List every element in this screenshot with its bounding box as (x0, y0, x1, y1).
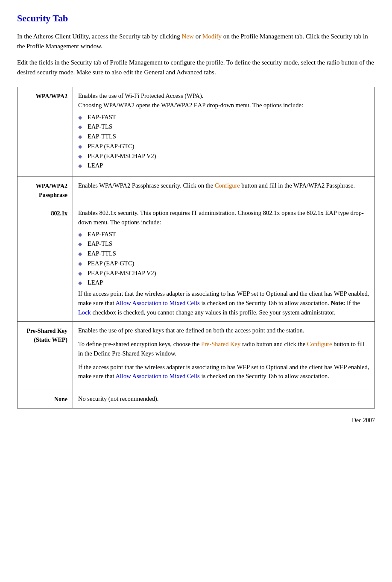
intro1-or: or (194, 33, 202, 40)
note-label: Note: (331, 300, 345, 306)
intro1-text: In the Atheros Client Utility, access th… (17, 33, 182, 40)
8021x-note-end: If the (345, 300, 360, 306)
content-8021x: Enables 802.1x security. This option req… (73, 204, 375, 322)
security-table: WPA/WPA2 Enables the use of Wi-Fi Protec… (17, 87, 375, 409)
list-item: EAP-FAST (78, 230, 369, 239)
list-item: LEAP (78, 278, 369, 288)
pre-shared-key-link[interactable]: Pre-Shared Key (201, 341, 240, 347)
content-wpa-passphrase: Enables WPA/WPA2 Passphrase security. Cl… (73, 177, 375, 204)
content-wpa: Enables the use of Wi-Fi Protected Acces… (73, 87, 375, 177)
list-item: PEAP (EAP-GTC) (78, 259, 369, 268)
table-row-8021x: 802.1x Enables 802.1x security. This opt… (18, 204, 375, 322)
list-item: EAP-TLS (78, 122, 369, 132)
table-row-wpa-passphrase: WPA/WPA2Passphrase Enables WPA/WPA2 Pass… (18, 177, 375, 204)
preshared-sub2-mid: radio button and click the (240, 341, 307, 347)
page-title: Security Tab (17, 13, 375, 24)
configure-link-preshared[interactable]: Configure (307, 341, 332, 347)
label-preshared: Pre-Shared Key(Static WEP) (18, 322, 73, 390)
list-item: PEAP (EAP-MSCHAP V2) (78, 152, 369, 161)
list-item: EAP-TTLS (78, 132, 369, 141)
label-8021x: 802.1x (18, 204, 73, 322)
list-item: EAP-FAST (78, 113, 369, 122)
intro-paragraph-1: In the Atheros Client Utility, access th… (17, 32, 375, 52)
8021x-note-mid: is checked on the Security Tab to allow … (200, 300, 331, 306)
preshared-sub2: To define pre-shared encryption keys, ch… (78, 340, 369, 359)
passphrase-text-pre: Enables WPA/WPA2 Passphrase security. Cl… (78, 182, 215, 189)
wpa-bullets: EAP-FAST EAP-TLS EAP-TTLS PEAP (EAP-GTC)… (78, 113, 369, 171)
preshared-sub2-pre: To define pre-shared encryption keys, ch… (78, 341, 201, 347)
footer: Dec 2007 (17, 417, 375, 424)
label-wpa: WPA/WPA2 (18, 87, 73, 177)
content-preshared: Enables the use of pre-shared keys that … (73, 322, 375, 390)
intro-paragraph-2: Edit the fields in the Security tab of P… (17, 58, 375, 78)
allow-association-link[interactable]: Allow Association to Mixed Cells (115, 300, 199, 306)
label-none: None (18, 390, 73, 409)
configure-link-passphrase[interactable]: Configure (215, 182, 240, 189)
8021x-note-end2: checkbox is checked, you cannot change a… (91, 309, 336, 316)
passphrase-text-post: button and fill in the WPA/WPA2 Passphra… (240, 182, 355, 189)
content-none: No security (not recommended). (73, 390, 375, 409)
allow-association-link-2[interactable]: Allow Association to Mixed Cells (115, 373, 199, 379)
list-item: PEAP (EAP-GTC) (78, 142, 369, 151)
preshared-sub3: If the access point that the wireless ad… (78, 363, 369, 382)
table-row-none: None No security (not recommended). (18, 390, 375, 409)
wpa-desc: Enables the use of Wi-Fi Protected Acces… (78, 92, 303, 109)
list-item: EAP-TLS (78, 239, 369, 249)
new-link[interactable]: New (182, 33, 194, 40)
8021x-desc: Enables 802.1x security. This option req… (78, 209, 364, 226)
table-row-wpa: WPA/WPA2 Enables the use of Wi-Fi Protec… (18, 87, 375, 177)
preshared-sub1: Enables the use of pre-shared keys that … (78, 326, 369, 335)
list-item: LEAP (78, 161, 369, 170)
label-wpa-passphrase: WPA/WPA2Passphrase (18, 177, 73, 204)
none-text: No security (not recommended). (78, 395, 158, 402)
footer-text: Dec 2007 (352, 417, 375, 423)
list-item: EAP-TTLS (78, 249, 369, 259)
preshared-sub3-end: is checked on the Security Tab to allow … (200, 373, 329, 379)
table-row-preshared: Pre-Shared Key(Static WEP) Enables the u… (18, 322, 375, 390)
8021x-bullets: EAP-FAST EAP-TLS EAP-TTLS PEAP (EAP-GTC)… (78, 230, 369, 288)
lock-link[interactable]: Lock (78, 309, 91, 316)
modify-link[interactable]: Modify (202, 33, 222, 40)
preshared-sub1-text: Enables the use of pre-shared keys that … (78, 327, 304, 334)
list-item: PEAP (EAP-MSCHAP V2) (78, 269, 369, 278)
